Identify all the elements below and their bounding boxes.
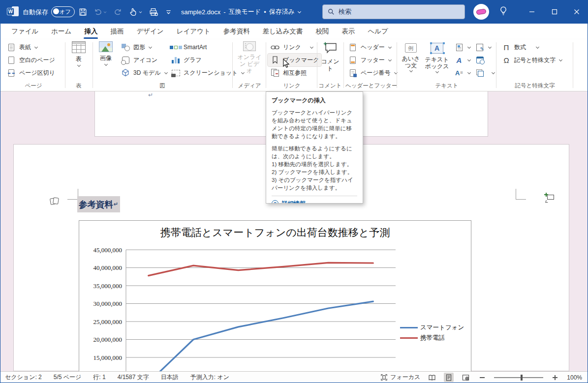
tooltip-bookmark: ブックマークの挿入 ブックマークとハイパーリンクを組み合わせて使うと、ドキュメン… [266, 91, 363, 204]
customize-quick-access-button[interactable] [165, 8, 172, 16]
page-number-button[interactable]: ページ番号 [345, 66, 400, 79]
quick-parts-button[interactable] [452, 41, 473, 54]
redo-button[interactable] [114, 8, 122, 16]
comment-anchor-icon[interactable] [544, 194, 554, 203]
greeting-text-button[interactable]: 例 あいさつ文 [400, 41, 422, 73]
zoom-slider-handle[interactable] [521, 375, 523, 381]
greeting-text-icon: 例 [405, 43, 417, 53]
page-break-button[interactable]: ページ区切り [4, 66, 58, 79]
text-boundary-mark [516, 189, 516, 200]
status-item-4[interactable]: 日本語 [161, 373, 179, 382]
header-button[interactable]: ヘッダー [345, 41, 400, 54]
more-info-link[interactable]: 詳細情報 [272, 200, 357, 204]
ribbon-group-links: リンク ブックマーク 相互参照 リンク [268, 39, 316, 91]
word-logo-icon[interactable]: W [7, 6, 19, 18]
bookmark-button[interactable]: ブックマーク [268, 54, 321, 66]
legend-entry-0: スマートフォン [400, 323, 464, 333]
ribbon-tab-6[interactable]: 参考資料 [217, 24, 256, 39]
table-button[interactable]: 表 [67, 41, 90, 67]
blank-page-icon [6, 55, 16, 65]
table-icon [72, 41, 86, 53]
svg-text:35,000,000: 35,000,000 [93, 282, 123, 290]
svg-text:20,000,000: 20,000,000 [93, 336, 123, 343]
tooltip-body: ブックマークとハイパーリンクを組み合わせて使うと、ドキュメントの特定の場所に簡単… [272, 109, 357, 140]
legend-entry-1: 携帯電話 [400, 333, 464, 343]
ribbon-group-illustrations: 画像 図形 アイコン 3D モデル [93, 39, 231, 91]
title-bar: W 自動保存 オフ [0, 0, 588, 24]
web-layout-button[interactable] [461, 373, 470, 382]
shapes-button[interactable]: 図形 [118, 41, 170, 54]
drop-cap-button[interactable]: A≡ [452, 66, 473, 79]
ribbon-tab-7[interactable]: 差し込み文書 [256, 24, 309, 39]
symbol-button[interactable]: Ω 記号と特殊文字 [499, 54, 565, 66]
title-chevron-icon [298, 10, 301, 14]
ribbon-group-pages: 表紙 空白のページ ページ区切り ページ [3, 39, 64, 91]
wordart-icon: A [454, 55, 464, 65]
ribbon-tab-1[interactable]: ホーム [45, 24, 78, 39]
zoom-level[interactable]: 100% [567, 374, 582, 381]
ribbon-tab-8[interactable]: 校閲 [309, 24, 335, 39]
account-avatar[interactable] [473, 4, 489, 20]
cover-page-button[interactable]: 表紙 [4, 41, 58, 54]
cross-reference-button[interactable]: 相互参照 [268, 66, 321, 79]
paragraph-mark: ↵ [114, 201, 118, 207]
search-input[interactable]: 検索 [322, 4, 465, 19]
object-icon [475, 68, 485, 78]
focus-mode-button[interactable]: フォーカス [380, 373, 420, 382]
chart-object[interactable]: 携帯電話とスマートフォンの出荷台数推移と予測 45,000,00040,000,… [79, 220, 471, 371]
object-button[interactable] [472, 66, 497, 79]
text-box-button[interactable]: A テキスト ボックス [424, 41, 450, 74]
minimize-button[interactable] [521, 0, 543, 24]
zoom-in-button[interactable] [550, 373, 560, 382]
ribbon-tab-4[interactable]: デザイン [130, 24, 170, 39]
document-heading[interactable]: 参考資料 ↵ [77, 196, 120, 212]
print-preview-button[interactable] [149, 8, 158, 16]
status-item-0[interactable]: セクション: 2 [5, 373, 42, 382]
ribbon-tab-2[interactable]: 挿入 [78, 24, 104, 39]
blank-page-button[interactable]: 空白のページ [4, 54, 58, 66]
ribbon-tab-10[interactable]: ヘルプ [361, 24, 394, 39]
zoom-slider[interactable] [494, 377, 543, 378]
lightbulb-icon[interactable] [499, 6, 508, 18]
help-icon [272, 200, 279, 204]
status-item-3[interactable]: 4/1587 文字 [118, 373, 149, 382]
link-button[interactable]: リンク [268, 41, 321, 54]
status-item-5[interactable]: 予測入力: オン [190, 373, 229, 382]
status-item-1[interactable]: 5/5 ページ [54, 373, 82, 382]
footer-button[interactable]: フッター [345, 54, 400, 66]
read-mode-button[interactable] [427, 373, 437, 382]
undo-button[interactable] [94, 8, 107, 16]
new-comment-button[interactable]: コメント [319, 41, 341, 72]
close-button[interactable] [565, 0, 588, 24]
date-time-icon [475, 55, 485, 65]
signature-line-button[interactable] [472, 41, 497, 54]
page-break-icon [6, 68, 16, 78]
ribbon-tab-0[interactable]: ファイル [5, 24, 45, 39]
chart-legend: スマートフォン携帯電話 [400, 323, 464, 343]
ribbon-tab-9[interactable]: 表示 [335, 24, 361, 39]
print-layout-button[interactable] [444, 373, 454, 382]
3d-model-button[interactable]: 3D モデル [118, 66, 170, 79]
maximize-button[interactable] [543, 0, 566, 24]
save-button[interactable] [79, 8, 87, 16]
equation-button[interactable]: Π 数式 [499, 41, 565, 54]
ribbon-tab-5[interactable]: レイアウト [170, 24, 217, 39]
ribbon-tab-3[interactable]: 描画 [104, 24, 130, 39]
wordart-button[interactable]: A [452, 54, 473, 66]
book-icon [428, 374, 436, 381]
zoom-out-button[interactable] [477, 373, 487, 382]
autosave-toggle[interactable]: オフ [51, 6, 75, 17]
online-video-button[interactable]: オンライン ビデオ [236, 41, 263, 74]
icons-button[interactable]: アイコン [118, 54, 170, 66]
status-item-2[interactable]: 行: 1 [93, 373, 105, 382]
touch-mode-button[interactable] [129, 8, 142, 16]
document-title[interactable]: sample2.docx - 互換モード • 保存済み [181, 7, 301, 16]
quick-parts-icon [454, 42, 464, 52]
picture-button[interactable]: 画像 [94, 41, 117, 66]
svg-text:25,000,000: 25,000,000 [93, 318, 123, 325]
screenshot-icon [171, 68, 181, 78]
footer-icon [348, 55, 358, 65]
date-time-button[interactable] [472, 54, 497, 66]
icons-icon [121, 55, 130, 65]
focus-icon [380, 374, 388, 381]
